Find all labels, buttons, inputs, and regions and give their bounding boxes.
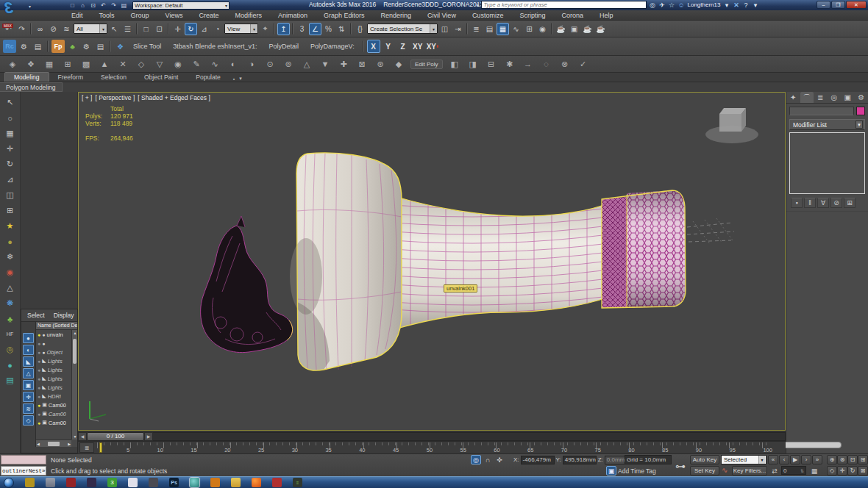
tab-display[interactable]: ▣: [841, 92, 855, 103]
ribbon-tool-icon[interactable]: ⊙: [263, 57, 277, 71]
tangent-curve-icon[interactable]: ∿: [722, 466, 728, 474]
mail-app-icon[interactable]: [272, 478, 282, 487]
next-frame-arrow-icon[interactable]: ▶: [144, 432, 153, 441]
field-of-view-icon[interactable]: ◇: [827, 466, 837, 476]
isolate-selection-icon[interactable]: ◎: [471, 455, 481, 464]
ribbon-tool-icon[interactable]: ⊗: [558, 57, 572, 71]
filter-bones-icon[interactable]: ◇: [23, 415, 34, 426]
ribbon-tool-icon[interactable]: ⊚: [282, 57, 295, 71]
ribbon-tool-icon[interactable]: ⊟: [485, 57, 498, 71]
red-pin-icon[interactable]: ◉: [3, 265, 18, 279]
leaf-icon[interactable]: ♣: [3, 312, 18, 326]
ribbon-tool-icon[interactable]: ◇: [135, 57, 148, 71]
ribbon-tool-icon[interactable]: ⊞: [61, 57, 74, 71]
maximize-button[interactable]: ❐: [831, 1, 845, 9]
favorites-star-icon[interactable]: ☆: [667, 1, 677, 9]
ribbon-tool-icon[interactable]: ◐: [227, 57, 240, 71]
scale-icon[interactable]: ⊿: [3, 173, 18, 187]
select-and-move-icon[interactable]: ✛: [171, 23, 184, 35]
menu-item[interactable]: Animation: [270, 12, 316, 19]
window-crossing-icon[interactable]: ⊡: [153, 23, 166, 35]
photo-viewer-icon[interactable]: [46, 478, 55, 487]
ribbon-tool-icon[interactable]: ◆: [392, 57, 405, 71]
sphere-icon[interactable]: ●: [3, 234, 18, 248]
scroll-right-icon[interactable]: ▶: [68, 442, 71, 446]
star-icon[interactable]: ★: [3, 219, 18, 233]
previous-frame-icon[interactable]: ‹: [779, 455, 789, 464]
start-button[interactable]: [4, 478, 14, 488]
redo-dropdown-icon[interactable]: ↷: [109, 1, 118, 10]
ribbon-tool-icon[interactable]: ✓: [577, 57, 590, 71]
grid-icon[interactable]: ▦: [3, 126, 18, 140]
code-editor-icon[interactable]: ≡: [293, 478, 302, 487]
current-frame-field[interactable]: 0 ⇅: [781, 466, 806, 475]
visibility-bulb-icon[interactable]: [38, 358, 40, 365]
menu-item[interactable]: Create: [191, 12, 227, 19]
y-coordinate-field[interactable]: 495,918mm: [563, 456, 597, 464]
undo-dropdown-icon[interactable]: ↶: [99, 1, 108, 10]
explorer-row[interactable]: ●: [36, 339, 71, 348]
rotate-icon[interactable]: ↻: [3, 157, 18, 171]
curve-editor-icon[interactable]: ∿: [510, 23, 522, 35]
file-explorer-icon[interactable]: [231, 478, 241, 487]
go-to-start-icon[interactable]: «: [768, 455, 778, 464]
filter-shapes-icon[interactable]: ◣: [23, 356, 34, 367]
axis-xy-magnet-button[interactable]: XY: [426, 40, 439, 53]
selection-lock-icon[interactable]: ∩: [483, 455, 493, 464]
shield-app-icon[interactable]: [210, 478, 220, 487]
time-configuration-icon[interactable]: ▦: [809, 466, 819, 476]
scroll-thumb[interactable]: [48, 442, 60, 446]
viewport-view-menu[interactable]: [ Perspective ]: [95, 94, 135, 101]
previous-frame-arrow-icon[interactable]: ◀: [78, 432, 87, 441]
swirl-icon[interactable]: ❋: [3, 296, 18, 310]
view-cube[interactable]: [699, 99, 765, 147]
ribbon-tool-icon[interactable]: ✱: [503, 57, 516, 71]
visibility-bulb-icon[interactable]: [38, 349, 40, 356]
move-icon[interactable]: ✛: [3, 142, 18, 156]
media-app-icon[interactable]: [25, 478, 35, 487]
visibility-bulb-icon[interactable]: [38, 384, 40, 391]
search-input[interactable]: [481, 1, 647, 9]
3dsmax-taskbar-icon[interactable]: [190, 478, 199, 487]
ribbon-tool-icon[interactable]: ◌: [540, 57, 553, 71]
object-color-swatch[interactable]: [856, 107, 865, 115]
key-mode-dropdown[interactable]: Selected ▾: [721, 455, 766, 464]
axis-z-button[interactable]: Z: [396, 40, 410, 53]
explorer-row[interactable]: ● Object: [36, 348, 71, 356]
red-app-icon[interactable]: [66, 478, 76, 487]
tab-hierarchy[interactable]: ≣: [814, 92, 828, 103]
help-dropdown-icon[interactable]: ▾: [750, 1, 760, 9]
ribbon-tool-icon[interactable]: ∿: [208, 57, 221, 71]
ribbon-display-icon[interactable]: ▪: [231, 76, 237, 82]
tab-modify[interactable]: ⌒: [800, 92, 814, 103]
username-dropdown-icon[interactable]: ▾: [722, 1, 731, 9]
pin-stack-icon[interactable]: ▪: [791, 198, 803, 208]
zoom-icon[interactable]: ⊕: [827, 455, 837, 464]
absolute-mode-icon[interactable]: ✜: [494, 455, 505, 464]
scroll-up-icon[interactable]: ▲: [72, 330, 78, 336]
set-key-button[interactable]: Set Key: [690, 466, 719, 476]
tab-motion[interactable]: ◎: [828, 92, 842, 103]
visibility-bulb-icon[interactable]: [38, 411, 40, 417]
ribbon-tool-icon[interactable]: ◨: [466, 57, 480, 71]
scroll-thumb[interactable]: [73, 339, 77, 364]
show-end-result-icon[interactable]: ‖: [804, 198, 816, 208]
render-production-icon[interactable]: ☕: [581, 23, 594, 35]
explorer-row[interactable]: ▣ Cam00: [36, 418, 71, 427]
configure-modifier-sets-icon[interactable]: ⊞: [844, 198, 855, 208]
ribbon-tool-icon[interactable]: △: [300, 57, 313, 71]
user-icon[interactable]: ☺: [677, 1, 686, 9]
lasso-icon[interactable]: ○: [3, 111, 18, 125]
forest-tools-icon[interactable]: ⚙: [80, 40, 93, 53]
selection-filter-dropdown[interactable]: All: [74, 24, 107, 34]
time-slider[interactable]: 0 / 100: [87, 432, 144, 441]
ribbon-tool-icon[interactable]: ✎: [190, 57, 203, 71]
ribbon-tool-icon[interactable]: ▽: [153, 57, 166, 71]
ribbon-tool-icon[interactable]: ⊛: [374, 57, 387, 71]
game-app-icon[interactable]: [87, 478, 96, 487]
zoom-extents-all-icon[interactable]: ⊞: [858, 455, 868, 464]
save-file-icon[interactable]: ⊡: [88, 1, 98, 10]
select-and-scale-icon[interactable]: ⊿: [198, 23, 210, 35]
schematic-view-icon[interactable]: ⊞: [523, 23, 536, 35]
render-iterative-icon[interactable]: ☕: [594, 23, 607, 35]
